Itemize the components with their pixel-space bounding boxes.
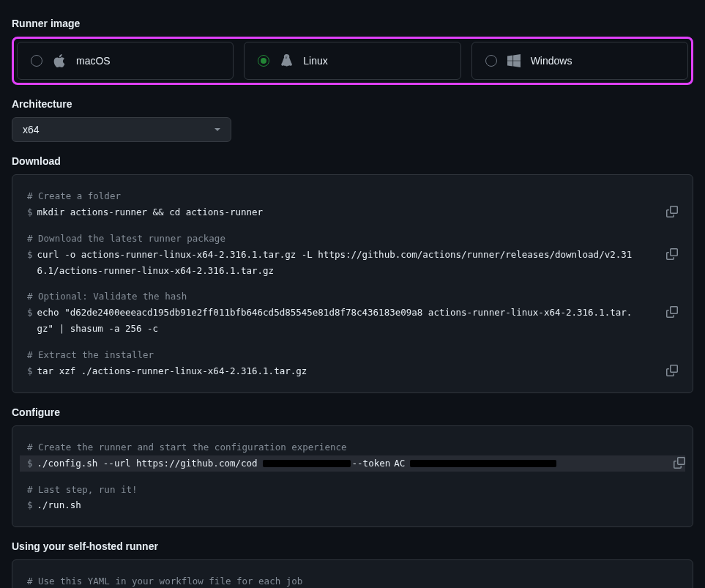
configure-code-block: # Create the runner and start the config… — [12, 425, 693, 528]
shell-command: echo "d62de2400eeeacd195db91e2ff011bfb64… — [37, 305, 638, 337]
copy-icon — [666, 306, 678, 318]
copy-icon — [666, 365, 678, 376]
using-label: Using your self-hosted runner — [12, 540, 693, 552]
shell-prompt: $ — [27, 455, 33, 472]
apple-icon — [53, 54, 66, 67]
runner-image-highlight: macOS Linux Windows — [12, 37, 693, 85]
code-comment: # Download the latest runner package — [27, 231, 225, 247]
shell-prompt: $ — [27, 305, 33, 337]
shell-command: ./run.sh — [37, 497, 81, 513]
radio-unselected-icon — [485, 55, 497, 67]
radio-unselected-icon — [31, 55, 42, 67]
copy-button[interactable] — [666, 365, 678, 382]
runner-image-option-linux[interactable]: Linux — [244, 42, 460, 80]
code-comment: # Use this YAML in your workflow file fo… — [27, 573, 302, 588]
download-code-block: # Create a folder $ mkdir actions-runner… — [12, 174, 693, 393]
shell-command-config: ./config.sh --url https://github.com/cod… — [37, 455, 559, 472]
code-comment: # Extract the installer — [27, 347, 154, 363]
architecture-label: Architecture — [12, 98, 693, 110]
copy-icon — [666, 206, 678, 217]
download-label: Download — [12, 155, 693, 167]
redacted-text — [263, 460, 351, 467]
windows-icon — [507, 54, 521, 67]
runner-image-option-label: Linux — [303, 55, 327, 67]
code-comment: # Create the runner and start the config… — [27, 439, 347, 455]
copy-icon — [666, 248, 678, 260]
runner-image-option-label: Windows — [531, 55, 572, 67]
redacted-text — [410, 460, 556, 467]
runner-image-label: Runner image — [12, 18, 693, 29]
copy-button[interactable] — [666, 206, 678, 223]
shell-prompt: $ — [27, 497, 33, 513]
shell-command: tar xzf ./actions-runner-linux-x64-2.316… — [37, 363, 307, 379]
runner-image-option-label: macOS — [76, 55, 111, 67]
runner-image-option-windows[interactable]: Windows — [471, 42, 688, 80]
copy-button[interactable] — [666, 306, 678, 323]
copy-button[interactable] — [666, 248, 678, 265]
shell-prompt: $ — [27, 363, 33, 379]
code-comment: # Create a folder — [27, 188, 121, 204]
shell-prompt: $ — [27, 247, 33, 279]
architecture-selected-value: x64 — [23, 124, 40, 135]
using-code-block: # Use this YAML in your workflow file fo… — [12, 559, 693, 588]
shell-prompt: $ — [27, 204, 33, 220]
copy-button[interactable] — [674, 457, 685, 474]
code-comment: # Last step, run it! — [27, 482, 138, 498]
code-comment: # Optional: Validate the hash — [27, 289, 187, 305]
linux-icon — [280, 54, 293, 67]
chevron-down-icon — [215, 128, 220, 131]
architecture-select[interactable]: x64 — [12, 117, 231, 142]
shell-command: mkdir actions-runner && cd actions-runne… — [37, 204, 264, 220]
copy-icon — [674, 457, 685, 469]
configure-label: Configure — [12, 406, 693, 418]
runner-image-option-macos[interactable]: macOS — [17, 42, 234, 80]
shell-command: curl -o actions-runner-linux-x64-2.316.1… — [37, 247, 638, 279]
radio-selected-icon — [258, 55, 269, 67]
